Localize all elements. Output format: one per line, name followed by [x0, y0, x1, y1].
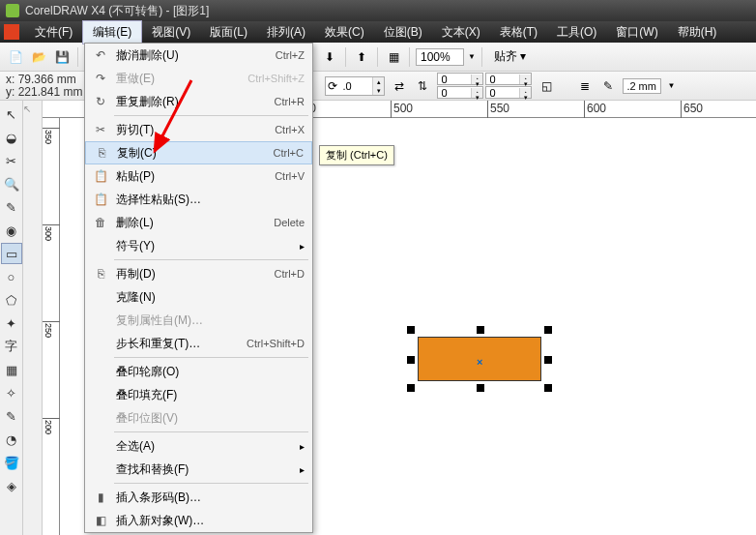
spin-c[interactable]: ▴▾ [437, 86, 483, 99]
menu-item[interactable]: 叠印填充(F) [85, 383, 312, 406]
handle-br[interactable] [544, 384, 552, 392]
menu-item: 复制属性自(M)… [85, 309, 312, 332]
selected-rectangle[interactable]: × [418, 337, 541, 381]
handle-mr[interactable] [544, 356, 552, 364]
aux-pick-icon[interactable]: ↖ [23, 104, 42, 114]
menu-item[interactable]: 符号(Y)▸ [85, 234, 312, 257]
menu-item-shortcut: Ctrl+D [275, 268, 305, 280]
handle-ml[interactable] [407, 356, 415, 364]
menu-item[interactable]: 查找和替换(F)▸ [85, 458, 312, 481]
menu-item-label: 粘贴(P) [112, 168, 275, 185]
rectangle-tool-icon[interactable]: ▭ [1, 243, 22, 264]
menu-item-shortcut: Ctrl+Z [276, 49, 305, 61]
menu-item[interactable]: 叠印轮廓(O) [85, 360, 312, 383]
zoom-tool-icon[interactable]: 🔍 [1, 173, 22, 194]
ellipse-tool-icon[interactable]: ○ [1, 266, 22, 287]
menu-item-label: 全选(A) [112, 438, 300, 455]
menu-item-icon: ⎘ [89, 267, 112, 281]
spin-b[interactable]: ▴▾ [485, 73, 532, 85]
menu-item-label: 叠印填充(F) [112, 387, 305, 403]
snap-dropdown[interactable]: 贴齐 ▾ [488, 47, 532, 66]
handle-tr[interactable] [544, 326, 552, 334]
menu-effects[interactable]: 效果(C) [315, 21, 374, 44]
menu-view[interactable]: 视图(V) [142, 21, 200, 44]
menu-arrange[interactable]: 排列(A) [257, 21, 315, 44]
spin-d[interactable]: ▴▾ [485, 86, 532, 99]
spin-a[interactable]: ▴▾ [437, 73, 483, 85]
menu-item[interactable]: 📋选择性粘贴(S)… [85, 188, 312, 211]
menu-item-label: 叠印位图(V) [112, 410, 305, 427]
menu-item-icon: 📋 [89, 169, 112, 183]
menu-item-label: 再制(D) [112, 266, 275, 282]
export-icon[interactable]: ⬆ [352, 47, 371, 67]
menu-item[interactable]: ↶撤消删除(U)Ctrl+Z [85, 44, 312, 67]
zoom-combo[interactable]: 100% [416, 48, 464, 66]
handle-bm[interactable] [477, 384, 484, 392]
app-logo-icon [6, 4, 19, 17]
eyedropper-icon[interactable]: ✎ [1, 405, 22, 427]
import-icon[interactable]: ⬇ [320, 47, 339, 67]
text-tool-icon[interactable]: 字 [1, 336, 22, 357]
menu-help[interactable]: 帮助(H) [668, 21, 727, 44]
basic-shapes-icon[interactable]: ✦ [1, 312, 22, 334]
freehand-tool-icon[interactable]: ✎ [1, 196, 22, 218]
menu-table[interactable]: 表格(T) [490, 21, 547, 44]
menu-item-icon: ◧ [89, 514, 112, 527]
doc-icon[interactable] [4, 24, 19, 40]
smart-fill-icon[interactable]: ◉ [1, 220, 22, 241]
menu-item-label: 克隆(N) [112, 289, 305, 306]
menu-item[interactable]: 克隆(N) [85, 285, 312, 309]
menu-item-shortcut: Ctrl+R [275, 96, 305, 107]
menu-file[interactable]: 文件(F) [25, 21, 82, 44]
mirror-v-icon[interactable]: ⇅ [414, 77, 431, 95]
menu-item[interactable]: 🗑删除(L)Delete [85, 211, 312, 234]
menu-tools[interactable]: 工具(O) [547, 21, 606, 44]
coord-display: x: 79.366 mm y: 221.841 mm [6, 74, 87, 99]
polygon-tool-icon[interactable]: ⬠ [1, 289, 22, 311]
menu-item-icon: ↷ [89, 72, 112, 85]
menu-item-shortcut: Delete [274, 217, 305, 228]
menu-item-label: 插入新对象(W)… [112, 513, 305, 529]
menu-edit[interactable]: 编辑(E) [82, 20, 142, 45]
app-launcher-icon[interactable]: ▦ [384, 47, 403, 67]
handle-tl[interactable] [407, 326, 415, 334]
menu-item-label: 选择性粘贴(S)… [112, 192, 305, 208]
pick-tool-icon[interactable]: ↖ [1, 104, 22, 125]
open-icon[interactable]: 📂 [29, 47, 48, 67]
menu-item-shortcut: Ctrl+V [275, 170, 305, 182]
window-title: CorelDRAW X4 (不可转售) - [图形1] [25, 3, 209, 19]
new-icon[interactable]: 📄 [6, 47, 25, 67]
wrap-icon[interactable]: ≣ [576, 77, 594, 95]
save-icon[interactable]: 💾 [52, 47, 72, 67]
outline-tool-icon[interactable]: ◔ [1, 429, 22, 450]
handle-tm[interactable] [477, 326, 484, 334]
menu-item[interactable]: 全选(A)▸ [85, 434, 312, 458]
corner-icon[interactable]: ◱ [538, 77, 555, 95]
table-tool-icon[interactable]: ▦ [1, 359, 22, 380]
menu-item[interactable]: ◧插入新对象(W)… [85, 509, 312, 532]
menu-item[interactable]: ⎘复制(C)Ctrl+C [85, 141, 312, 164]
menu-item[interactable]: 📋粘贴(P)Ctrl+V [85, 164, 312, 188]
submenu-arrow-icon: ▸ [300, 241, 305, 252]
menu-item[interactable]: ✂剪切(T)Ctrl+X [85, 118, 312, 141]
outline-pen-icon[interactable]: ✎ [599, 77, 617, 95]
menu-item[interactable]: ⎘再制(D)Ctrl+D [85, 262, 312, 285]
menu-text[interactable]: 文本(X) [432, 21, 490, 44]
blend-tool-icon[interactable]: ✧ [1, 382, 22, 403]
menu-item-label: 插入条形码(B)… [112, 490, 305, 506]
menu-item[interactable]: ↻重复删除(R)Ctrl+R [85, 90, 312, 113]
fill-tool-icon[interactable]: 🪣 [1, 452, 22, 473]
ruler-vertical[interactable]: 350300250200 [43, 118, 60, 535]
shape-tool-icon[interactable]: ◒ [1, 127, 22, 148]
interactive-fill-icon[interactable]: ◈ [1, 475, 22, 496]
menu-bitmap[interactable]: 位图(B) [374, 21, 432, 44]
menu-layout[interactable]: 版面(L) [200, 21, 257, 44]
menu-item[interactable]: ▮插入条形码(B)… [85, 486, 312, 509]
outline-width[interactable]: .2 mm [623, 78, 661, 94]
menu-item[interactable]: 步长和重复(T)…Ctrl+Shift+D [85, 332, 312, 355]
mirror-h-icon[interactable]: ⇄ [391, 77, 408, 95]
handle-bl[interactable] [407, 384, 415, 392]
menu-window[interactable]: 窗口(W) [606, 21, 667, 44]
crop-tool-icon[interactable]: ✂ [1, 150, 22, 171]
rotation-input[interactable]: ⟳▴▾ [325, 76, 385, 96]
